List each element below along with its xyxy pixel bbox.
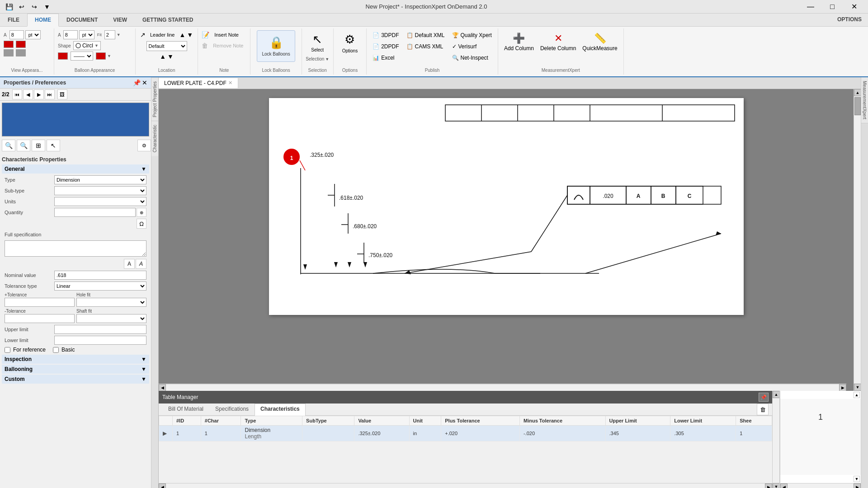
leader-line-button[interactable]: Leader line: [147, 30, 178, 39]
bri-scroll-r[interactable]: ▶: [854, 483, 861, 488]
v-scroll-up-btn[interactable]: ▲: [854, 89, 861, 96]
publish-cams-button[interactable]: 📋 CAMS XML: [404, 42, 447, 52]
doc-tab-close[interactable]: ✕: [228, 80, 232, 86]
close-button[interactable]: ✕: [844, 0, 864, 14]
table-v-track[interactable]: [773, 398, 779, 483]
bri-down-btn[interactable]: ▼: [854, 476, 860, 482]
font-size-input[interactable]: 8: [9, 30, 24, 39]
lock-balloons-button[interactable]: 🔒 Lock Balloons: [257, 30, 295, 62]
tab-view[interactable]: VIEW: [105, 14, 135, 27]
basic-checkbox[interactable]: [53, 347, 59, 353]
nav-next-button[interactable]: ▶: [34, 89, 44, 99]
panel-tool-select[interactable]: ↖: [47, 140, 60, 151]
table-scroll-track[interactable]: [166, 483, 765, 488]
publish-3dpdf-button[interactable]: 📄 3DPDF: [370, 30, 401, 40]
hole-fit-select[interactable]: [76, 298, 146, 307]
bill-of-material-tab[interactable]: Bill Of Material: [162, 404, 209, 416]
border-color-swatch[interactable]: [4, 49, 14, 56]
minus-tol-input[interactable]: [5, 314, 75, 323]
table-pin-btn[interactable]: 📌: [759, 393, 769, 402]
nav-first-button[interactable]: ⏮: [12, 89, 22, 99]
tol-type-select[interactable]: Linear: [54, 282, 146, 291]
tab-getting-started[interactable]: GETTING STARTED: [135, 14, 201, 27]
undo-btn[interactable]: ↩: [16, 1, 27, 12]
loc-down-icon[interactable]: ▼: [167, 53, 174, 60]
publish-default-xml-button[interactable]: 📋 Default XML: [404, 30, 447, 40]
publish-excel-button[interactable]: 📊 Excel: [370, 53, 401, 63]
doc-tab[interactable]: LOWER PLATE - C4.PDF ✕: [159, 78, 238, 88]
shape-selector[interactable]: Circl ▼: [73, 41, 101, 50]
options-button[interactable]: ⚙ Options: [338, 30, 362, 56]
spec-italic-btn[interactable]: A: [136, 259, 146, 269]
panel-close-button[interactable]: ✕: [142, 79, 147, 86]
for-reference-checkbox[interactable]: [5, 347, 10, 353]
delete-column-button[interactable]: ✕ Delete Column: [538, 30, 578, 54]
tab-file[interactable]: FILE: [0, 14, 27, 27]
redo-btn[interactable]: ↪: [29, 1, 40, 12]
font-color-swatch[interactable]: [4, 41, 14, 48]
balloon-font-size[interactable]: [63, 30, 78, 39]
full-spec-input[interactable]: [5, 240, 146, 257]
panel-view-btn[interactable]: 🖼: [57, 89, 67, 99]
expand-icon[interactable]: ▶: [163, 430, 167, 436]
tab-home[interactable]: HOME: [27, 14, 59, 27]
table-row[interactable]: ▶ 1 1 Dimension Length .325±.0: [159, 426, 772, 441]
balloon-color1[interactable]: [58, 52, 68, 60]
characteristics-tab[interactable]: Characteristics: [255, 404, 306, 416]
balloon-color2[interactable]: [96, 52, 106, 60]
table-scroll-left[interactable]: ◀: [159, 483, 166, 488]
publish-quality-button[interactable]: 🏆 Quality Xpert: [450, 30, 494, 40]
bg-color-swatch[interactable]: [16, 41, 26, 48]
loc-up-icon[interactable]: ▲: [160, 53, 166, 60]
panel-tool-zoom-out[interactable]: 🔍: [17, 140, 30, 151]
v-scroll-thumb[interactable]: [854, 97, 861, 115]
general-section[interactable]: General ▼: [2, 164, 149, 174]
panel-tool-fit[interactable]: ⊞: [32, 140, 45, 151]
specifications-tab[interactable]: Specifications: [209, 404, 255, 416]
table-scroll-right[interactable]: ▶: [765, 483, 772, 488]
units-select[interactable]: [54, 197, 146, 206]
quantity-input[interactable]: [54, 208, 136, 217]
options-tab[interactable]: OPTIONS: [831, 14, 868, 26]
nav-prev-button[interactable]: ◀: [23, 89, 33, 99]
subtype-select[interactable]: [54, 186, 146, 195]
quickmeasure-button[interactable]: 📏 QuickMeasure: [580, 30, 619, 54]
fit-input[interactable]: [104, 30, 115, 39]
panel-settings-button[interactable]: ⚙: [137, 140, 151, 151]
unit-select[interactable]: pt: [25, 30, 41, 39]
h-scroll-track[interactable]: [166, 385, 839, 391]
publish-2dpdf-button[interactable]: 📄 2DPDF: [370, 42, 401, 52]
fill-color-swatch[interactable]: [16, 49, 26, 56]
select-button[interactable]: ↖ Select: [307, 30, 328, 55]
publish-netinspect-button[interactable]: 🔍 Net-Inspect: [450, 53, 494, 63]
project-properties-tab[interactable]: Project Properties: [151, 77, 158, 121]
v-scroll-down-btn[interactable]: ▼: [854, 384, 861, 391]
insert-note-button[interactable]: Insert Note: [211, 30, 242, 39]
nav-last-button[interactable]: ⏭: [45, 89, 55, 99]
save-btn[interactable]: 💾: [4, 1, 14, 12]
lower-limit-input[interactable]: [54, 336, 146, 345]
spec-bold-btn[interactable]: A: [124, 259, 135, 269]
table-icon-button[interactable]: 🗑: [757, 404, 769, 415]
bri-up-btn[interactable]: ▲: [854, 392, 860, 398]
panel-pin-button[interactable]: 📌: [133, 79, 141, 86]
tab-document[interactable]: DOCUMENT: [59, 14, 105, 27]
more-btn[interactable]: ▼: [42, 1, 52, 12]
maximize-button[interactable]: □: [822, 0, 843, 14]
type-select[interactable]: Dimension: [54, 175, 146, 184]
publish-verisurf-button[interactable]: ✓ Verisurf: [450, 42, 494, 52]
table-scroll-up[interactable]: ▲: [773, 391, 780, 398]
v-scroll-track[interactable]: [854, 96, 861, 384]
bri-scroll-l[interactable]: ◀: [780, 483, 788, 488]
h-scroll-right-btn[interactable]: ▶: [839, 384, 846, 391]
table-scroll-down[interactable]: ▼: [773, 483, 780, 488]
characteristic-tab[interactable]: Characteristic: [151, 121, 158, 156]
measurementxpert-side-tab[interactable]: MeasurementXpert: [861, 77, 868, 123]
custom-section[interactable]: Custom ▼: [2, 375, 149, 384]
nominal-input[interactable]: .618: [54, 271, 146, 280]
add-column-button[interactable]: ➕ Add Column: [502, 30, 536, 54]
upper-limit-input[interactable]: [54, 325, 146, 334]
quantity-calc-btn[interactable]: ⊕: [137, 208, 146, 217]
remove-note-button[interactable]: Remove Note: [210, 41, 246, 50]
minimize-button[interactable]: —: [800, 0, 821, 14]
